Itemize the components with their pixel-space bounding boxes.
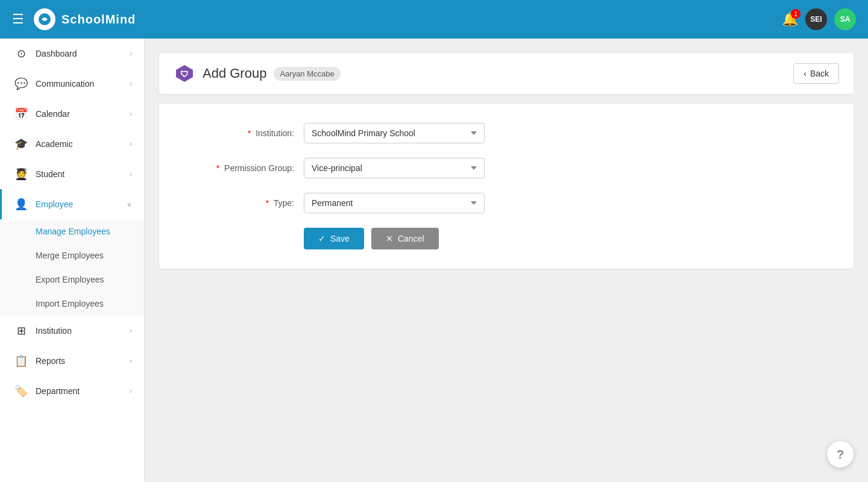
dashboard-icon: ⊙: [14, 47, 28, 60]
sidebar: ⊙ Dashboard › 💬 Communication › 📅 Calend…: [0, 39, 145, 482]
required-marker: *: [266, 198, 269, 208]
form-card: * Institution: SchoolMind Primary School…: [159, 104, 854, 269]
sidebar-subitem-export-employees[interactable]: Export Employees: [0, 268, 144, 292]
sidebar-subitem-import-employees[interactable]: Import Employees: [0, 292, 144, 316]
save-check-icon: ✓: [318, 234, 326, 243]
institution-label: * Institution:: [183, 128, 304, 138]
chevron-down-icon: ∨: [127, 200, 132, 208]
sidebar-label-institution: Institution: [36, 326, 72, 336]
topnav: ☰ SchoolMind 🔔 1 SEI SA: [0, 0, 868, 39]
required-marker: *: [216, 163, 219, 173]
sidebar-item-employee[interactable]: 👤 Employee ∨: [0, 189, 144, 219]
chevron-right-icon: ›: [130, 80, 132, 88]
chevron-right-icon: ›: [130, 327, 132, 335]
institution-icon: ⊞: [14, 324, 28, 337]
page-title: Add Group: [203, 66, 266, 81]
svg-text:🛡: 🛡: [180, 69, 189, 79]
type-label: * Type:: [183, 198, 304, 208]
chevron-right-icon: ›: [130, 170, 132, 178]
permission-group-select[interactable]: Vice-principal Principal Teacher Admin: [304, 158, 485, 178]
sidebar-label-communication: Communication: [36, 79, 94, 89]
employee-submenu: Manage Employees Merge Employees Export …: [0, 219, 144, 316]
calendar-icon: 📅: [14, 107, 28, 120]
sidebar-item-calendar[interactable]: 📅 Calendar ›: [0, 99, 144, 129]
form-actions: ✓ Save ✕ Cancel: [183, 228, 829, 249]
type-select[interactable]: Permanent Temporary Contract: [304, 193, 485, 213]
permission-group-row: * Permission Group: Vice-principal Princ…: [183, 158, 829, 178]
page-icon: 🛡: [174, 63, 195, 84]
page-header-left: 🛡 Add Group Aaryan Mccabe: [174, 63, 341, 84]
back-label: Back: [810, 69, 829, 78]
required-marker: *: [248, 128, 251, 138]
sidebar-item-reports[interactable]: 📋 Reports ›: [0, 346, 144, 376]
sidebar-label-dashboard: Dashboard: [36, 49, 77, 58]
topnav-right: 🔔 1 SEI SA: [782, 8, 856, 30]
save-label: Save: [330, 234, 350, 243]
avatar-sa[interactable]: SA: [834, 8, 856, 30]
hamburger-menu[interactable]: ☰: [12, 11, 24, 27]
chevron-right-icon: ›: [130, 387, 132, 395]
sidebar-subitem-manage-employees[interactable]: Manage Employees: [0, 219, 144, 243]
page-header: 🛡 Add Group Aaryan Mccabe ‹ Back: [159, 53, 854, 94]
back-chevron-icon: ‹: [804, 69, 807, 78]
chevron-right-icon: ›: [130, 140, 132, 148]
sidebar-item-communication[interactable]: 💬 Communication ›: [0, 69, 144, 99]
type-row: * Type: Permanent Temporary Contract: [183, 193, 829, 213]
sidebar-item-institution[interactable]: ⊞ Institution ›: [0, 316, 144, 346]
logo-icon: [34, 8, 55, 30]
institution-select[interactable]: SchoolMind Primary School SchoolMind Hig…: [304, 123, 485, 143]
avatar-sei[interactable]: SEI: [805, 8, 827, 30]
main-content: 🛡 Add Group Aaryan Mccabe ‹ Back * Insti…: [145, 39, 868, 482]
chevron-right-icon: ›: [130, 49, 132, 58]
sidebar-label-calendar: Calendar: [36, 109, 70, 119]
sidebar-label-academic: Academic: [36, 139, 72, 149]
sidebar-label-department: Department: [36, 386, 80, 396]
sidebar-item-student[interactable]: 🧑‍🎓 Student ›: [0, 159, 144, 189]
app-name: SchoolMind: [61, 13, 136, 27]
notification-badge: 1: [791, 9, 800, 19]
sidebar-subitem-merge-employees[interactable]: Merge Employees: [0, 243, 144, 268]
chevron-right-icon: ›: [130, 110, 132, 118]
sidebar-label-student: Student: [36, 169, 64, 179]
cancel-button[interactable]: ✕ Cancel: [371, 228, 439, 249]
student-icon: 🧑‍🎓: [14, 167, 28, 181]
notification-bell[interactable]: 🔔 1: [782, 11, 798, 27]
institution-row: * Institution: SchoolMind Primary School…: [183, 123, 829, 143]
layout: ⊙ Dashboard › 💬 Communication › 📅 Calend…: [0, 39, 868, 482]
cancel-x-icon: ✕: [386, 234, 393, 243]
app-logo: SchoolMind: [34, 8, 782, 30]
employee-icon: 👤: [14, 198, 28, 211]
reports-icon: 📋: [14, 354, 28, 368]
save-button[interactable]: ✓ Save: [304, 228, 364, 249]
communication-icon: 💬: [14, 77, 28, 90]
permission-group-label: * Permission Group:: [183, 163, 304, 173]
sidebar-label-employee: Employee: [36, 199, 73, 209]
sidebar-label-reports: Reports: [36, 356, 65, 366]
help-button[interactable]: ?: [827, 441, 854, 468]
cancel-label: Cancel: [398, 234, 424, 243]
page-subtitle-badge: Aaryan Mccabe: [274, 67, 340, 81]
back-button[interactable]: ‹ Back: [793, 63, 839, 84]
academic-icon: 🎓: [14, 137, 28, 151]
sidebar-item-department[interactable]: 🏷️ Department ›: [0, 376, 144, 406]
sidebar-item-dashboard[interactable]: ⊙ Dashboard ›: [0, 39, 144, 69]
sidebar-item-academic[interactable]: 🎓 Academic ›: [0, 129, 144, 159]
chevron-right-icon: ›: [130, 357, 132, 365]
department-icon: 🏷️: [14, 384, 28, 398]
